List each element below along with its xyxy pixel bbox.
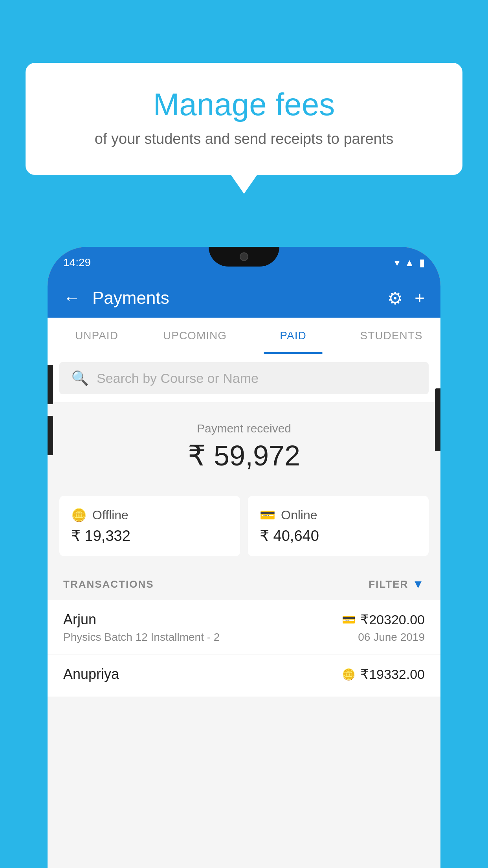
- status-bar: 14:29 ▾ ▲ ▮: [48, 247, 440, 278]
- card-icon: 💳: [260, 508, 275, 522]
- tab-paid[interactable]: PAID: [244, 318, 342, 354]
- search-input[interactable]: Search by Course or Name: [97, 371, 259, 386]
- volume-up-button[interactable]: [48, 365, 53, 404]
- speech-bubble: Manage fees of your students and send re…: [26, 63, 462, 175]
- payment-received-label: Payment received: [59, 422, 429, 435]
- add-icon[interactable]: +: [415, 288, 425, 308]
- volume-down-button[interactable]: [48, 416, 53, 455]
- payment-cards: 🪙 Offline ₹ 19,332 💳 Online ₹ 40,640: [48, 496, 440, 568]
- cash-icon: 🪙: [71, 508, 87, 522]
- transaction-amount-anupriya: ₹19332.00: [360, 666, 425, 682]
- offline-amount: ₹ 19,332: [71, 527, 228, 544]
- transaction-name-anupriya: Anupriya: [63, 666, 119, 682]
- bubble-title: Manage fees: [57, 86, 431, 123]
- transaction-top-arjun: Arjun 💳 ₹20320.00: [63, 611, 425, 628]
- online-label: Online: [281, 508, 317, 522]
- speech-bubble-container: Manage fees of your students and send re…: [26, 63, 462, 175]
- back-button[interactable]: ←: [63, 288, 81, 308]
- payment-summary: Payment received ₹ 59,972: [48, 402, 440, 496]
- tabs-bar: UNPAID UPCOMING PAID STUDENTS: [48, 318, 440, 354]
- transaction-name-arjun: Arjun: [63, 611, 96, 628]
- tab-unpaid[interactable]: UNPAID: [48, 318, 146, 354]
- filter-label: FILTER: [369, 578, 408, 590]
- online-card-header: 💳 Online: [260, 508, 417, 522]
- tab-students[interactable]: STUDENTS: [342, 318, 440, 354]
- phone-screen: 14:29 ▾ ▲ ▮ ← Payments ⚙ + UNPAID: [48, 247, 440, 868]
- transaction-desc-arjun: Physics Batch 12 Installment - 2: [63, 631, 220, 644]
- search-bar[interactable]: 🔍 Search by Course or Name: [59, 362, 429, 394]
- wifi-icon: ▾: [394, 257, 400, 269]
- transaction-top-anupriya: Anupriya 🪙 ₹19332.00: [63, 666, 425, 682]
- camera: [240, 252, 248, 261]
- online-card: 💳 Online ₹ 40,640: [248, 496, 429, 556]
- status-time: 14:29: [63, 256, 91, 269]
- filter-button[interactable]: FILTER ▼: [369, 577, 425, 591]
- transaction-amount-row-arjun: 💳 ₹20320.00: [342, 612, 425, 627]
- power-button[interactable]: [435, 388, 440, 451]
- offline-card: 🪙 Offline ₹ 19,332: [59, 496, 240, 556]
- phone-frame: 14:29 ▾ ▲ ▮ ← Payments ⚙ + UNPAID: [48, 247, 440, 868]
- transaction-amount-arjun: ₹20320.00: [360, 612, 425, 627]
- payment-total-amount: ₹ 59,972: [59, 439, 429, 472]
- transactions-label: TRANSACTIONS: [63, 578, 154, 590]
- signal-icon: ▲: [404, 257, 415, 269]
- bubble-subtitle: of your students and send receipts to pa…: [57, 131, 431, 147]
- transaction-bottom-arjun: Physics Batch 12 Installment - 2 06 June…: [63, 631, 425, 644]
- header-actions: ⚙ +: [387, 288, 425, 308]
- search-bar-container: 🔍 Search by Course or Name: [48, 354, 440, 402]
- offline-card-header: 🪙 Offline: [71, 508, 228, 522]
- offline-label: Offline: [92, 508, 128, 522]
- app-header: ← Payments ⚙ +: [48, 278, 440, 318]
- settings-icon[interactable]: ⚙: [387, 288, 403, 308]
- tab-upcoming[interactable]: UPCOMING: [146, 318, 244, 354]
- notch: [209, 247, 279, 267]
- page-title: Payments: [92, 288, 376, 308]
- transaction-date-arjun: 06 June 2019: [358, 631, 425, 644]
- online-amount: ₹ 40,640: [260, 527, 417, 544]
- transaction-row-arjun[interactable]: Arjun 💳 ₹20320.00 Physics Batch 12 Insta…: [48, 600, 440, 655]
- search-icon: 🔍: [71, 370, 89, 386]
- transaction-amount-row-anupriya: 🪙 ₹19332.00: [342, 666, 425, 682]
- battery-icon: ▮: [419, 257, 425, 269]
- status-icons: ▾ ▲ ▮: [394, 257, 425, 269]
- transaction-row-anupriya[interactable]: Anupriya 🪙 ₹19332.00: [48, 655, 440, 697]
- filter-icon: ▼: [412, 577, 425, 591]
- cash-payment-icon: 🪙: [342, 668, 356, 681]
- card-payment-icon: 💳: [342, 613, 356, 626]
- transactions-header: TRANSACTIONS FILTER ▼: [48, 568, 440, 600]
